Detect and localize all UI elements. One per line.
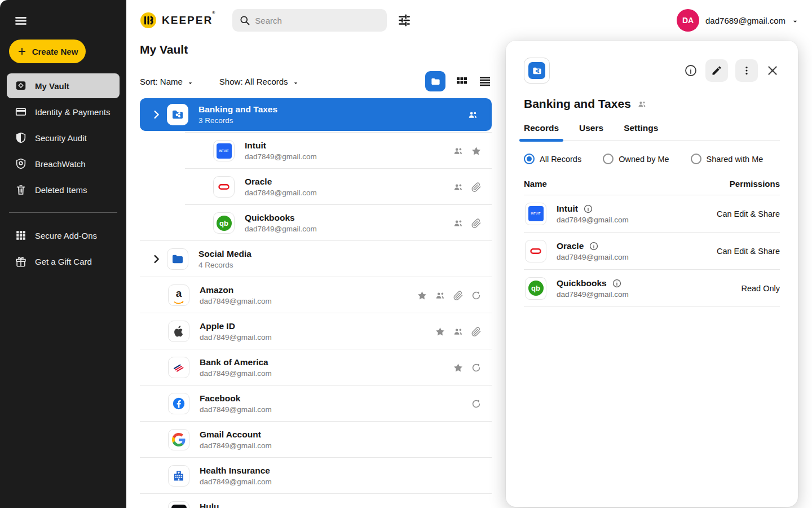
record-row-intuit[interactable]: INTUITIntuitdad7849@gmail.com (140, 133, 492, 169)
star-icon[interactable] (471, 146, 482, 156)
chevron-down-icon (792, 17, 798, 24)
permission-row-oracle[interactable]: Oracledad7849@gmail.comCan Edit & Share (524, 233, 780, 270)
quickbooks-logo-tile: qb (525, 277, 546, 300)
folder-icon (430, 76, 441, 87)
shared-folder-logo-tile (167, 104, 188, 125)
row-subtitle: dad7849@gmail.com (245, 152, 317, 161)
row-text: Intuitdad7849@gmail.com (557, 204, 629, 224)
expand-chevron-icon[interactable] (150, 253, 162, 265)
record-row-oracle[interactable]: Oracledad7849@gmail.com (140, 169, 492, 205)
users-icon (453, 146, 464, 156)
search-input[interactable] (255, 16, 380, 25)
folder-view-button[interactable] (425, 71, 445, 91)
row-text: Amazondad7849@gmail.com (200, 285, 272, 305)
edit-button[interactable] (705, 59, 728, 82)
row-text: Huludad7849@gmail.com (200, 502, 272, 508)
row-status-icons (453, 218, 492, 229)
intuit-logo-tile: INTUIT (213, 140, 235, 161)
sort-dropdown[interactable]: Sort: Name (140, 77, 193, 86)
facebook-logo-tile (168, 393, 189, 414)
info-icon[interactable] (589, 241, 599, 251)
permission-row-intuit[interactable]: INTUITIntuitdad7849@gmail.comCan Edit & … (524, 195, 780, 233)
more-options-button[interactable] (735, 59, 758, 82)
record-row-amazon[interactable]: aAmazondad7849@gmail.com (140, 277, 492, 313)
sidebar-item-identity-payments[interactable]: Identity & Payments (7, 99, 120, 124)
bofa-logo-tile (168, 357, 189, 378)
row-separator (140, 493, 492, 494)
row-subtitle: dad7849@gmail.com (200, 441, 272, 450)
filter-owned-by-me[interactable]: Owned by Me (603, 154, 669, 164)
record-name: Intuit (557, 204, 578, 214)
hamburger-icon[interactable] (14, 14, 28, 28)
view-toggles (425, 71, 492, 91)
row-text: Oracledad7849@gmail.com (557, 241, 629, 261)
row-text: Health Insurancedad7849@gmail.com (200, 466, 272, 486)
avatar: DA (677, 9, 699, 32)
plus-icon (17, 46, 27, 56)
folder-row-social-media[interactable]: Social Media4 Records (140, 241, 492, 277)
filter-shared-with-me[interactable]: Shared with Me (691, 154, 764, 164)
record-row-gmail-account[interactable]: Gmail Accountdad7849@gmail.com (140, 422, 492, 458)
sidebar-item-deleted-items[interactable]: Deleted Items (7, 177, 120, 202)
sidebar-item-secure-add-ons[interactable]: Secure Add-Ons (7, 223, 120, 248)
row-status-icons (435, 326, 492, 337)
row-separator (140, 240, 492, 241)
star-icon[interactable] (453, 362, 464, 373)
row-title: Hulu (200, 502, 272, 508)
health-icon (172, 469, 186, 483)
account-menu[interactable]: DA dad7689@gmail.com (677, 9, 798, 32)
filter-all-records[interactable]: All Records (524, 154, 581, 164)
sidebar-item-label: My Vault (35, 81, 69, 91)
row-title: Bank of America (200, 357, 272, 367)
sidebar-item-get-a-gift-card[interactable]: Get a Gift Card (7, 249, 120, 274)
search-box (232, 9, 387, 32)
star-icon[interactable] (417, 290, 427, 301)
quickbooks-icon: qb (528, 281, 544, 296)
show-dropdown[interactable]: Show: All Records (219, 77, 299, 86)
keeper-vault-app: Create New My VaultIdentity & PaymentsSe… (0, 0, 812, 508)
row-title: Apple ID (200, 321, 272, 331)
row-status-icons (467, 110, 492, 120)
list-view-button[interactable] (478, 75, 492, 88)
row-status-icons (453, 362, 492, 373)
info-button[interactable] (683, 63, 698, 78)
health-logo-tile (168, 465, 189, 487)
info-icon[interactable] (612, 278, 622, 288)
brand-wordmark: KEEPER® (162, 14, 217, 27)
tab-settings[interactable]: Settings (624, 123, 658, 141)
grid-view-button[interactable] (455, 75, 469, 88)
star-icon[interactable] (435, 326, 445, 337)
record-row-quickbooks[interactable]: qbQuickbooksdad7849@gmail.com (140, 205, 492, 241)
row-subtitle: 4 Records (198, 261, 251, 269)
folder-row-banking-and-taxes[interactable]: Banking and Taxes3 Records (140, 98, 492, 131)
record-row-health-insurance[interactable]: Health Insurancedad7849@gmail.com (140, 458, 492, 494)
search-filter-button[interactable] (397, 13, 412, 28)
row-title: Amazon (200, 285, 272, 295)
record-row-bank-of-america[interactable]: Bank of Americadad7849@gmail.com (140, 349, 492, 386)
sidebar-item-my-vault[interactable]: My Vault (7, 73, 120, 98)
folder-icon (171, 252, 184, 266)
permission-row-quickbooks[interactable]: qbQuickbooksdad7849@gmail.comRead Only (524, 270, 780, 307)
permissions-table: INTUITIntuitdad7849@gmail.comCan Edit & … (524, 195, 780, 307)
tab-users[interactable]: Users (579, 123, 603, 141)
google-logo-tile (168, 429, 189, 450)
info-icon[interactable] (583, 204, 593, 214)
row-separator (140, 349, 492, 349)
tab-records[interactable]: Records (524, 123, 559, 141)
row-title: Banking and Taxes (198, 104, 277, 115)
quickbooks-logo-tile: qb (213, 212, 235, 234)
row-subtitle: dad7849@gmail.com (200, 297, 272, 305)
create-new-button[interactable]: Create New (9, 40, 86, 63)
breachwatch-icon (15, 157, 27, 170)
row-text: Quickbooksdad7849@gmail.com (557, 278, 629, 299)
main-content: My Vault Sort: Name Show: All Records (140, 41, 492, 508)
vault-icon (15, 80, 27, 92)
oracle-logo-tile (525, 240, 546, 262)
close-button[interactable] (765, 63, 780, 78)
record-row-facebook[interactable]: Facebookdad7849@gmail.com (140, 386, 492, 422)
sidebar-item-security-audit[interactable]: Security Audit (7, 125, 120, 150)
record-row-hulu[interactable]: hHuludad7849@gmail.com (140, 494, 492, 508)
record-row-apple-id[interactable]: Apple IDdad7849@gmail.com (140, 313, 492, 349)
expand-chevron-icon[interactable] (150, 108, 162, 121)
sidebar-item-breachwatch[interactable]: BreachWatch (7, 151, 120, 176)
